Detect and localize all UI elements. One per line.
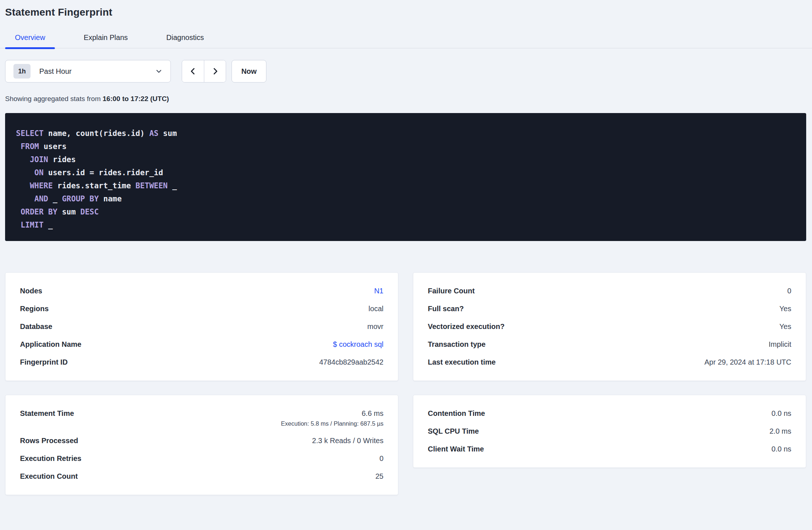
statement-time-value-wrap: 6.6 msExecution: 5.8 ms / Planning: 687.… <box>281 409 383 427</box>
page-title: Statement Fingerprint <box>5 7 806 18</box>
client-wait-time-row: Client Wait Time0.0 ns <box>428 440 791 458</box>
transaction-type-value: Implicit <box>769 340 791 349</box>
rows-processed-value: 2.3 k Reads / 0 Writes <box>312 437 383 445</box>
sql-keyword: ORDER BY <box>21 208 57 216</box>
bottom-cards-grid: Statement Time6.6 msExecution: 5.8 ms / … <box>5 395 806 495</box>
statement-time-label: Statement Time <box>20 409 74 418</box>
sql-keyword: AS <box>149 129 158 138</box>
prev-interval-button[interactable] <box>182 60 204 82</box>
last-execution-time-value: Apr 29, 2024 at 17:18 UTC <box>704 358 791 366</box>
sql-keyword: WHERE <box>30 181 53 190</box>
full-scan-row: Full scan?Yes <box>428 300 791 318</box>
nodes-row: NodesN1 <box>20 282 383 300</box>
tab-diagnostics[interactable]: Diagnostics <box>157 29 214 48</box>
sql-keyword: JOIN <box>30 155 48 164</box>
tab-explain-plans[interactable]: Explain Plans <box>74 29 137 48</box>
sql-text: sum <box>158 129 177 138</box>
nodes-label: Nodes <box>20 287 42 295</box>
sql-line: FROM users <box>16 140 795 153</box>
top-cards-grid: NodesN1RegionslocalDatabasemovrApplicati… <box>5 272 806 381</box>
sql-cpu-time-value-wrap: 2.0 ms <box>769 427 791 435</box>
statement-time-card: Statement Time6.6 msExecution: 5.8 ms / … <box>5 395 398 495</box>
sql-keyword: ON <box>35 168 44 177</box>
sql-keyword: BETWEEN <box>136 181 168 190</box>
application-name-value-wrap: $ cockroach sql <box>333 340 383 349</box>
full-scan-value: Yes <box>779 305 791 313</box>
execution-retries-value: 0 <box>379 454 383 463</box>
statement-time-subvalue: Execution: 5.8 ms / Planning: 687.5 µs <box>281 420 383 427</box>
execution-retries-value-wrap: 0 <box>379 454 383 463</box>
now-button[interactable]: Now <box>232 60 266 83</box>
failure-count-value-wrap: 0 <box>787 287 791 295</box>
failure-count-label: Failure Count <box>428 287 475 295</box>
next-interval-button[interactable] <box>204 60 226 82</box>
transaction-type-row: Transaction typeImplicit <box>428 336 791 353</box>
chevron-right-icon <box>211 67 219 75</box>
contention-time-value-wrap: 0.0 ns <box>772 409 791 418</box>
vectorized-execution-row: Vectorized execution?Yes <box>428 318 791 336</box>
statement-details-card: NodesN1RegionslocalDatabasemovrApplicati… <box>5 272 398 381</box>
sql-text <box>16 208 21 216</box>
rows-processed-row: Rows Processed2.3 k Reads / 0 Writes <box>20 432 383 450</box>
sql-line: SELECT name, count(rides.id) AS sum <box>16 127 795 140</box>
last-execution-time-label: Last execution time <box>428 358 496 366</box>
nodes-value-wrap: N1 <box>374 287 383 295</box>
sql-keyword: FROM <box>21 142 39 151</box>
regions-label: Regions <box>20 305 49 313</box>
sql-text: rides.start_time <box>53 181 136 190</box>
fingerprint-id-value: 4784cb829aab2542 <box>319 358 383 366</box>
sql-keyword: DESC <box>80 208 99 216</box>
failure-count-value: 0 <box>787 287 791 295</box>
sql-text: users <box>39 142 67 151</box>
full-scan-value-wrap: Yes <box>779 305 791 313</box>
sql-text: _ <box>44 221 53 229</box>
fingerprint-id-row: Fingerprint ID4784cb829aab2542 <box>20 353 383 371</box>
last-execution-time-row: Last execution timeApr 29, 2024 at 17:18… <box>428 353 791 371</box>
database-row: Databasemovr <box>20 318 383 336</box>
contention-time-value: 0.0 ns <box>772 409 791 418</box>
rows-processed-value-wrap: 2.3 k Reads / 0 Writes <box>312 437 383 445</box>
sql-cpu-time-row: SQL CPU Time2.0 ms <box>428 422 791 440</box>
client-wait-time-value: 0.0 ns <box>772 445 791 453</box>
aggregated-stats-summary: Showing aggregated stats from 16:00 to 1… <box>5 95 806 103</box>
sql-text: users.id = rides.rider_id <box>44 168 163 177</box>
sql-keyword: AND <box>35 194 48 203</box>
fingerprint-id-value-wrap: 4784cb829aab2542 <box>319 358 383 366</box>
last-execution-time-value-wrap: Apr 29, 2024 at 17:18 UTC <box>704 358 791 366</box>
chevron-left-icon <box>189 67 197 75</box>
execution-count-value: 25 <box>375 472 383 481</box>
sql-text: _ <box>48 194 62 203</box>
sql-keyword: SELECT <box>16 129 44 138</box>
contention-time-row: Contention Time0.0 ns <box>428 405 791 422</box>
application-name-link[interactable]: $ cockroach sql <box>333 340 383 348</box>
execution-count-label: Execution Count <box>20 472 78 481</box>
contention-time-label: Contention Time <box>428 409 485 418</box>
interval-badge: 1h <box>13 64 31 79</box>
full-scan-label: Full scan? <box>428 305 464 313</box>
interval-nav-group <box>182 60 226 83</box>
stats-summary-prefix: Showing aggregated stats from <box>5 95 102 103</box>
interval-label: Past Hour <box>39 67 72 76</box>
nodes-link[interactable]: N1 <box>374 287 383 295</box>
application-name-label: Application Name <box>20 340 81 349</box>
database-value-wrap: movr <box>367 322 383 331</box>
vectorized-execution-label: Vectorized execution? <box>428 322 505 331</box>
contention-time-card: Contention Time0.0 nsSQL CPU Time2.0 msC… <box>413 395 806 468</box>
sql-keyword: LIMIT <box>21 221 44 229</box>
execution-attributes-card: Failure Count0Full scan?YesVectorized ex… <box>413 272 806 381</box>
client-wait-time-label: Client Wait Time <box>428 445 484 453</box>
sql-text: sum <box>57 208 80 216</box>
execution-count-value-wrap: 25 <box>375 472 383 481</box>
chevron-down-icon <box>155 68 162 75</box>
database-label: Database <box>20 322 52 331</box>
execution-retries-label: Execution Retries <box>20 454 81 463</box>
statement-time-value: 6.6 ms <box>281 409 383 418</box>
sql-text <box>16 181 30 190</box>
sql-text <box>16 168 35 177</box>
sql-line: ORDER BY sum DESC <box>16 205 795 218</box>
time-interval-picker[interactable]: 1h Past Hour <box>5 60 171 83</box>
tab-overview[interactable]: Overview <box>5 29 55 48</box>
sql-line: JOIN rides <box>16 153 795 166</box>
regions-value: local <box>369 305 383 313</box>
rows-processed-label: Rows Processed <box>20 437 78 445</box>
